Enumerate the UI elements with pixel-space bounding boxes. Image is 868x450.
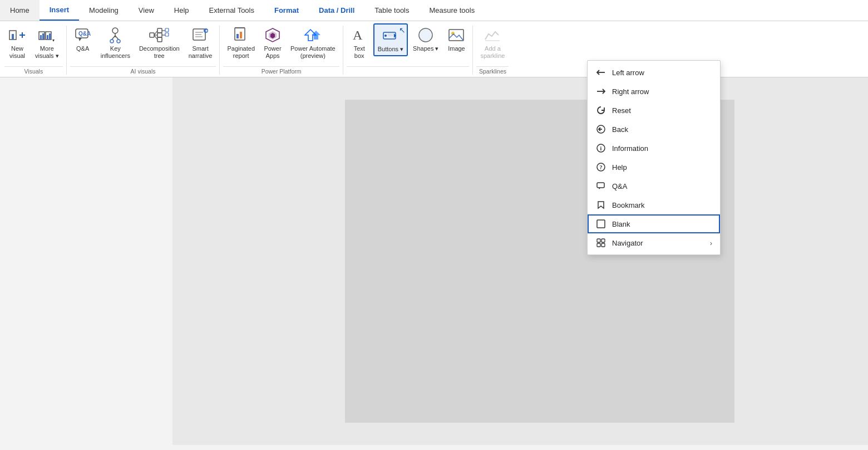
menu-item-information[interactable]: i Information xyxy=(588,139,720,158)
key-influencers-icon xyxy=(106,26,124,44)
tab-help[interactable]: Help xyxy=(164,0,199,21)
tab-home[interactable]: Home xyxy=(0,0,40,21)
menu-item-qa-label: Q&A xyxy=(612,182,627,190)
tab-insert[interactable]: Insert xyxy=(40,0,79,21)
more-visuals-button[interactable]: ▾ Morevisuals ▾ xyxy=(31,23,63,62)
paginated-report-button[interactable]: Paginatedreport xyxy=(223,23,259,62)
svg-rect-63 xyxy=(597,183,604,188)
svg-rect-8 xyxy=(47,35,48,40)
group-power-platform: Paginatedreport PowerApps xyxy=(223,23,339,77)
sparkline-icon xyxy=(484,26,501,44)
power-platform-group-label: Power Platform xyxy=(223,66,339,77)
menu-item-navigator[interactable]: Navigator › xyxy=(588,233,720,252)
shapes-button[interactable]: Shapes ▾ xyxy=(409,23,442,55)
blank-icon xyxy=(595,218,606,229)
buttons-button[interactable]: Buttons ▾ ↖ xyxy=(373,23,408,56)
menu-item-bookmark-label: Bookmark xyxy=(612,201,645,209)
insert-elements-group-label xyxy=(347,66,470,77)
menu-item-left-arrow[interactable]: Left arrow xyxy=(588,63,720,82)
power-automate-label: Power Automate(preview) xyxy=(290,45,336,60)
menu-item-back[interactable]: Back xyxy=(588,120,720,139)
group-insert-elements: A Textbox xyxy=(347,23,470,77)
svg-text:✦: ✦ xyxy=(205,29,208,33)
svg-rect-30 xyxy=(165,33,169,36)
svg-rect-38 xyxy=(236,34,239,38)
tab-modeling[interactable]: Modeling xyxy=(79,0,129,21)
svg-rect-69 xyxy=(601,243,605,247)
add-sparkline-button[interactable]: Add asparkline xyxy=(476,23,509,62)
reset-icon xyxy=(595,105,606,116)
new-visual-button[interactable]: Newvisual xyxy=(4,23,30,62)
menu-item-information-label: Information xyxy=(612,144,648,153)
menu-item-blank-label: Blank xyxy=(612,220,630,228)
svg-point-19 xyxy=(117,40,120,43)
svg-rect-52 xyxy=(449,30,463,41)
key-influencers-button[interactable]: Keyinfluencers xyxy=(97,23,134,62)
group-visuals: Newvisual ▾ xyxy=(4,23,63,77)
qa-label: Q&A xyxy=(76,45,89,52)
buttons-label: Buttons ▾ xyxy=(378,46,403,53)
tab-measure-tools[interactable]: Measure tools xyxy=(420,0,485,21)
menu-item-reset-label: Reset xyxy=(612,106,631,115)
svg-text:i: i xyxy=(600,145,602,151)
menu-item-right-arrow-label: Right arrow xyxy=(612,87,649,96)
menu-item-qa[interactable]: Q&A xyxy=(588,177,720,195)
svg-rect-5 xyxy=(40,35,42,40)
qa-menu-icon xyxy=(595,180,606,192)
image-icon xyxy=(447,26,465,44)
add-sparkline-label: Add asparkline xyxy=(480,45,505,60)
decomposition-tree-button[interactable]: Decompositiontree xyxy=(135,23,184,62)
svg-text:?: ? xyxy=(600,164,603,170)
bookmark-icon xyxy=(595,199,606,211)
svg-rect-1 xyxy=(12,34,14,40)
tab-data-drill[interactable]: Data / Drill xyxy=(309,0,364,21)
power-automate-button[interactable]: Power Automate(preview) xyxy=(287,23,339,62)
svg-rect-6 xyxy=(42,33,44,40)
text-box-icon: A xyxy=(351,26,368,44)
paginated-report-icon xyxy=(232,26,250,44)
sep1 xyxy=(66,26,67,75)
ribbon-body: Newvisual ▾ xyxy=(0,21,868,77)
menu-item-reset[interactable]: Reset xyxy=(588,101,720,120)
menu-item-left-arrow-label: Left arrow xyxy=(612,69,644,77)
svg-point-46 xyxy=(384,35,387,37)
power-automate-icon xyxy=(304,26,322,44)
shapes-icon xyxy=(417,26,435,44)
smart-narrative-button[interactable]: ✦ Smartnarrative xyxy=(185,23,216,62)
menu-item-right-arrow[interactable]: Right arrow xyxy=(588,82,720,101)
sep4 xyxy=(472,26,473,75)
image-button[interactable]: Image xyxy=(443,23,469,55)
tab-external-tools[interactable]: External Tools xyxy=(199,0,264,21)
qa-icon: Q&A xyxy=(74,26,92,44)
svg-point-51 xyxy=(419,28,432,42)
svg-rect-66 xyxy=(597,239,600,242)
tab-table-tools[interactable]: Table tools xyxy=(364,0,419,21)
ribbon: Home Insert Modeling View Help External … xyxy=(0,0,868,77)
svg-rect-20 xyxy=(150,33,154,37)
tab-format[interactable]: Format xyxy=(264,0,309,21)
sparklines-group-label: Sparklines xyxy=(476,66,509,77)
decomposition-tree-icon xyxy=(150,26,168,44)
menu-item-help[interactable]: ? Help xyxy=(588,158,720,177)
svg-point-14 xyxy=(112,28,118,33)
sep2 xyxy=(219,26,220,75)
menu-item-bookmark[interactable]: Bookmark xyxy=(588,195,720,214)
more-visuals-label: Morevisuals ▾ xyxy=(35,45,59,60)
buttons-icon xyxy=(382,27,400,45)
svg-rect-24 xyxy=(157,28,162,33)
cursor-indicator: ↖ xyxy=(399,26,406,35)
smart-narrative-icon: ✦ xyxy=(191,26,209,44)
menu-item-blank[interactable]: Blank xyxy=(588,214,720,233)
svg-line-23 xyxy=(154,35,157,40)
svg-rect-67 xyxy=(601,239,605,242)
qa-button[interactable]: Q&A Q&A xyxy=(70,23,96,55)
help-icon: ? xyxy=(595,162,606,173)
decomposition-tree-label: Decompositiontree xyxy=(139,45,180,60)
tab-view[interactable]: View xyxy=(129,0,164,21)
text-box-button[interactable]: A Textbox xyxy=(347,23,372,62)
group-sparklines: Add asparkline Sparklines xyxy=(476,23,509,77)
power-apps-button[interactable]: PowerApps xyxy=(260,23,285,62)
svg-rect-9 xyxy=(49,33,51,40)
svg-rect-29 xyxy=(165,28,169,32)
group-ai-visuals: Q&A Q&A xyxy=(70,23,216,77)
